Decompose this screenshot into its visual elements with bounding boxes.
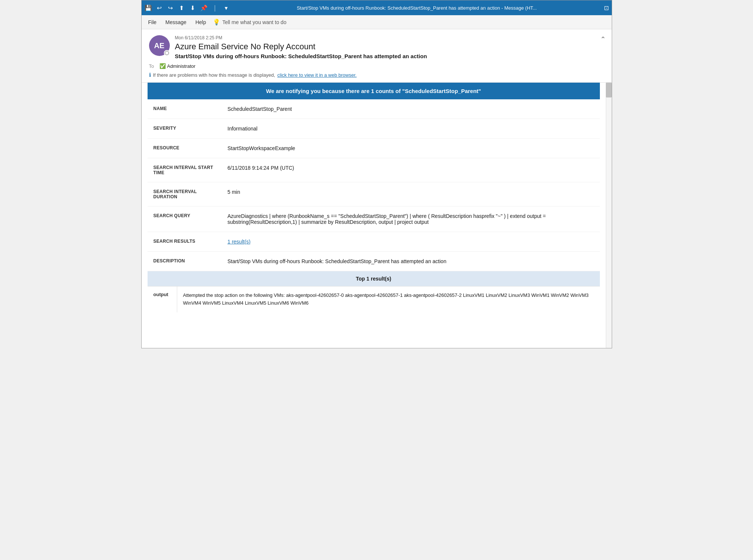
field-value-search-interval-start: 6/11/2018 9:14:24 PM (UTC) bbox=[222, 158, 600, 182]
recipient-badge: ✅ Administrator bbox=[159, 63, 196, 69]
data-table: NAME ScheduledStartStop_Parent SEVERITY … bbox=[148, 99, 600, 271]
title-bar-icons: 💾 ↩ ↪ ⬆ ⬇ 📌 | ▾ bbox=[145, 4, 230, 11]
avatar-status bbox=[164, 50, 170, 56]
menu-message[interactable]: Message bbox=[162, 17, 190, 27]
view-in-browser-link[interactable]: click here to view it in a web browser. bbox=[277, 72, 357, 78]
undo-icon[interactable]: ↩ bbox=[156, 4, 163, 11]
search-results-link[interactable]: 1 result(s) bbox=[228, 239, 251, 245]
recipient-name: Administrator bbox=[167, 63, 196, 69]
table-row: RESOURCE StartStopWorkspaceExample bbox=[148, 139, 600, 158]
field-label-description: DESCRIPTION bbox=[148, 252, 222, 271]
email-subject: Start/Stop VMs during off-hours Runbook:… bbox=[175, 53, 604, 59]
info-text: If there are problems with how this mess… bbox=[153, 72, 275, 78]
scroll-thumb[interactable] bbox=[606, 83, 612, 97]
table-row: DESCRIPTION Start/Stop VMs during off-ho… bbox=[148, 252, 600, 271]
table-row: SEARCH RESULTS 1 result(s) bbox=[148, 232, 600, 252]
field-label-severity: SEVERITY bbox=[148, 119, 222, 139]
to-row: To ✅ Administrator bbox=[149, 63, 604, 69]
field-value-severity: Informational bbox=[222, 119, 600, 139]
to-label: To bbox=[149, 63, 156, 69]
lightbulb-icon: 💡 bbox=[213, 19, 220, 26]
sender-avatar: AE bbox=[149, 35, 170, 56]
field-label-search-results: SEARCH RESULTS bbox=[148, 232, 222, 252]
verified-icon: ✅ bbox=[159, 63, 166, 69]
tell-me-label[interactable]: Tell me what you want to do bbox=[222, 19, 287, 25]
tell-me-section[interactable]: 💡 Tell me what you want to do bbox=[213, 19, 287, 26]
results-value: Attempted the stop action on the followi… bbox=[177, 286, 600, 312]
field-value-name: ScheduledStartStop_Parent bbox=[222, 99, 600, 119]
results-header: Top 1 result(s) bbox=[148, 271, 600, 286]
message-content: We are notifying you because there are 1… bbox=[142, 83, 606, 320]
save-icon[interactable]: 💾 bbox=[145, 4, 152, 11]
info-icon: ℹ bbox=[149, 72, 151, 78]
field-value-search-interval-duration: 5 min bbox=[222, 182, 600, 206]
field-label-search-query: SEARCH QUERY bbox=[148, 206, 222, 232]
email-date: Mon 6/11/2018 2:25 PM bbox=[175, 35, 604, 40]
field-label-search-interval-start: SEARCH INTERVAL START TIME bbox=[148, 158, 222, 182]
table-row: SEVERITY Informational bbox=[148, 119, 600, 139]
sender-name: Azure Email Service No Reply Account bbox=[175, 42, 604, 52]
collapse-button[interactable]: ⌃ bbox=[600, 35, 606, 43]
menu-bar: File Message Help 💡 Tell me what you wan… bbox=[142, 15, 612, 29]
field-value-search-results[interactable]: 1 result(s) bbox=[222, 232, 600, 252]
menu-file[interactable]: File bbox=[145, 17, 161, 27]
info-bar: ℹ If there are problems with how this me… bbox=[149, 72, 604, 78]
notification-banner: We are notifying you because there are 1… bbox=[148, 83, 600, 99]
table-row: NAME ScheduledStartStop_Parent bbox=[148, 99, 600, 119]
window-title: Start/Stop VMs during off-hours Runbook:… bbox=[233, 5, 601, 11]
up-icon[interactable]: ⬆ bbox=[178, 4, 185, 11]
separator: | bbox=[211, 4, 219, 11]
title-bar: 💾 ↩ ↪ ⬆ ⬇ 📌 | ▾ Start/Stop VMs during of… bbox=[142, 0, 612, 15]
restore-button[interactable]: ⊡ bbox=[604, 4, 609, 11]
pin-icon[interactable]: 📌 bbox=[200, 4, 208, 11]
field-label-resource: RESOURCE bbox=[148, 139, 222, 158]
field-value-search-query: AzureDiagnostics | where (RunbookName_s … bbox=[222, 206, 600, 232]
redo-icon[interactable]: ↪ bbox=[167, 4, 174, 11]
dropdown-icon[interactable]: ▾ bbox=[222, 4, 230, 11]
results-label: output bbox=[148, 286, 177, 312]
field-label-name: NAME bbox=[148, 99, 222, 119]
table-row: SEARCH INTERVAL START TIME 6/11/2018 9:1… bbox=[148, 158, 600, 182]
field-value-description: Start/Stop VMs during off-hours Runbook:… bbox=[222, 252, 600, 271]
sender-info: Mon 6/11/2018 2:25 PM Azure Email Servic… bbox=[175, 35, 604, 59]
email-header: AE Mon 6/11/2018 2:25 PM Azure Email Ser… bbox=[142, 29, 612, 83]
field-label-search-interval-duration: SEARCH INTERVAL DURATION bbox=[148, 182, 222, 206]
menu-help[interactable]: Help bbox=[192, 17, 210, 27]
down-icon[interactable]: ⬇ bbox=[189, 4, 196, 11]
scroll-track[interactable] bbox=[606, 83, 612, 348]
table-row: SEARCH INTERVAL DURATION 5 min bbox=[148, 182, 600, 206]
email-body-container: We are notifying you because there are 1… bbox=[142, 83, 612, 348]
field-value-resource: StartStopWorkspaceExample bbox=[222, 139, 600, 158]
table-row: SEARCH QUERY AzureDiagnostics | where (R… bbox=[148, 206, 600, 232]
results-row: output Attempted the stop action on the … bbox=[148, 286, 600, 312]
